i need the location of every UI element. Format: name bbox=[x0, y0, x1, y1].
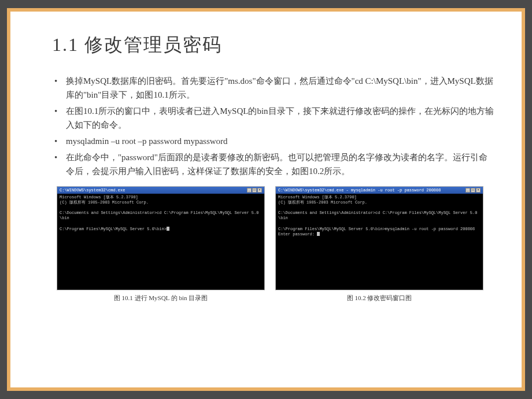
terminal-line: C:\Documents and Settings\Administrator>… bbox=[278, 210, 477, 220]
terminal-titlebar: C:\WINDOWS\system32\cmd.exe - mysqladmin… bbox=[276, 187, 483, 194]
close-icon: × bbox=[476, 188, 481, 193]
terminal-body: Microsoft Windows [版本 5.2.3790] (C) 版权所有… bbox=[57, 194, 264, 290]
terminal-titlebar: C:\WINDOWS\system32\cmd.exe _ □ × bbox=[57, 187, 264, 194]
cursor-icon bbox=[317, 232, 320, 236]
screenshot-caption-2: 图 10.2 修改密码窗口图 bbox=[347, 294, 412, 302]
terminal-line: Enter password: bbox=[278, 232, 315, 237]
window-controls: _ □ × bbox=[466, 188, 481, 193]
bullet-item: 在此命令中，"password"后面跟的是读者要修改的新密码。也可以把管理员的名… bbox=[52, 150, 494, 178]
terminal-line: Microsoft Windows [版本 5.2.3790] bbox=[278, 195, 357, 200]
slide-title: 1.1 修改管理员密码 bbox=[52, 32, 494, 58]
bullet-item: 换掉MySQL数据库的旧密码。首先要运行"ms.dos"命令窗口，然后通过命令"… bbox=[52, 74, 494, 102]
slide: 1.1 修改管理员密码 换掉MySQL数据库的旧密码。首先要运行"ms.dos"… bbox=[7, 8, 525, 391]
close-icon: × bbox=[257, 188, 262, 193]
minimize-icon: _ bbox=[466, 188, 470, 193]
minimize-icon: _ bbox=[247, 188, 252, 193]
terminal-line: (C) 版权所有 1985-2003 Microsoft Corp. bbox=[60, 200, 149, 205]
terminal-line: Microsoft Windows [版本 5.2.3790] bbox=[60, 195, 138, 200]
screenshots-row: C:\WINDOWS\system32\cmd.exe _ □ × Micros… bbox=[57, 186, 494, 302]
terminal-line: C:\Documents and Settings\Administrator>… bbox=[60, 210, 258, 220]
terminal-title-text: C:\WINDOWS\system32\cmd.exe - mysqladmin… bbox=[278, 188, 441, 193]
maximize-icon: □ bbox=[252, 188, 257, 193]
screenshot-1: C:\WINDOWS\system32\cmd.exe _ □ × Micros… bbox=[57, 186, 265, 302]
bullet-list: 换掉MySQL数据库的旧密码。首先要运行"ms.dos"命令窗口，然后通过命令"… bbox=[52, 74, 494, 178]
terminal-body: Microsoft Windows [版本 5.2.3790] (C) 版权所有… bbox=[276, 194, 483, 290]
terminal-title-text: C:\WINDOWS\system32\cmd.exe bbox=[60, 188, 125, 193]
terminal-line: C:\Program Files\MySQL\MySQL Server 5.0\… bbox=[278, 227, 475, 231]
bullet-item: 在图10.1所示的窗口中，表明读者已进入MySQL的bin目录下，接下来就进行修… bbox=[52, 104, 494, 132]
content-area: 换掉MySQL数据库的旧密码。首先要运行"ms.dos"命令窗口，然后通过命令"… bbox=[52, 74, 494, 178]
screenshot-caption-1: 图 10.1 进行 MySQL 的 bin 目录图 bbox=[114, 294, 208, 302]
screenshot-2: C:\WINDOWS\system32\cmd.exe - mysqladmin… bbox=[275, 186, 483, 302]
window-controls: _ □ × bbox=[247, 188, 262, 193]
terminal-window-2: C:\WINDOWS\system32\cmd.exe - mysqladmin… bbox=[275, 186, 483, 290]
maximize-icon: □ bbox=[471, 188, 475, 193]
terminal-window-1: C:\WINDOWS\system32\cmd.exe _ □ × Micros… bbox=[57, 186, 265, 290]
terminal-line: (C) 版权所有 1985-2003 Microsoft Corp. bbox=[278, 200, 367, 205]
bullet-item: mysqladmin –u root –p password mypasswor… bbox=[52, 134, 494, 148]
terminal-line: C:\Program Files\MySQL\MySQL Server 5.0\… bbox=[60, 227, 167, 231]
cursor-icon bbox=[167, 227, 169, 231]
